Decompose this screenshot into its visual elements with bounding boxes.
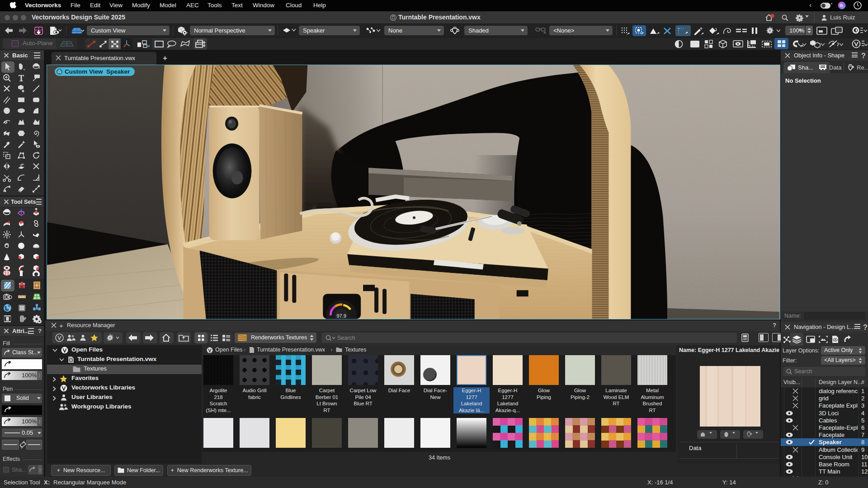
- svg-text:97.9: 97.9: [337, 313, 346, 319]
